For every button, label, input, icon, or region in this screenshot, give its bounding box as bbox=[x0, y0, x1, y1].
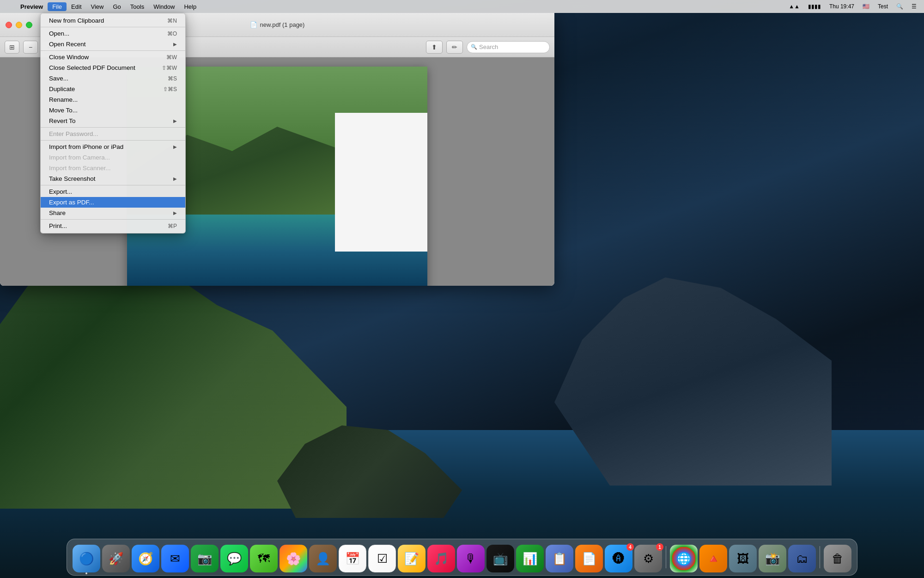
menu-item-duplicate[interactable]: Duplicate⇧⌘S bbox=[41, 84, 185, 94]
dock-item-numbers[interactable]: 📊 bbox=[516, 545, 544, 572]
dock-icon-photos2: 🖼 bbox=[737, 552, 749, 566]
menu-item-arrow-revert-to: ▶ bbox=[173, 118, 177, 123]
menu-separator bbox=[41, 185, 185, 185]
menu-separator bbox=[41, 27, 185, 27]
dock-badge-appstore: 4 bbox=[626, 543, 634, 551]
window-title-text: new.pdf (1 page) bbox=[260, 21, 305, 28]
dock-item-maps[interactable]: 🗺 bbox=[250, 545, 278, 572]
dock-item-music[interactable]: 🎵 bbox=[427, 545, 455, 572]
dock-badge-settings: 1 bbox=[656, 543, 663, 551]
dock-item-launchpad[interactable]: 🚀 bbox=[102, 545, 130, 572]
dock-item-photos[interactable]: 🌸 bbox=[280, 545, 307, 572]
dock-item-finder[interactable]: 🔵 bbox=[73, 545, 100, 572]
cliff-right-bg bbox=[554, 277, 832, 486]
minimize-button[interactable] bbox=[16, 22, 22, 28]
dock-item-safari[interactable]: 🧭 bbox=[132, 545, 159, 572]
markup-icon: ✏ bbox=[452, 43, 457, 51]
menu-item-label-rename: Rename... bbox=[49, 96, 177, 103]
menu-item-label-import-camera: Import from Camera... bbox=[49, 154, 177, 161]
close-button[interactable] bbox=[6, 22, 12, 28]
dock-item-calendar[interactable]: 📅 bbox=[339, 545, 366, 572]
dock-item-vlc[interactable]: 🔺 bbox=[699, 545, 727, 572]
dock-item-keynote2[interactable]: 🗂 bbox=[788, 545, 816, 572]
dock-item-photos2[interactable]: 🖼 bbox=[729, 545, 757, 572]
menu-item-arrow-import-iphone-ipad: ▶ bbox=[173, 144, 177, 149]
menu-item-save[interactable]: Save...⌘S bbox=[41, 73, 185, 84]
dock-item-trash[interactable]: 🗑 bbox=[824, 545, 851, 572]
app-name-menu[interactable]: Preview bbox=[16, 2, 48, 11]
menu-item-close-selected-pdf[interactable]: Close Selected PDF Document⇧⌘W bbox=[41, 62, 185, 73]
share-btn[interactable]: ⬆ bbox=[426, 41, 443, 54]
dock-item-contacts[interactable]: 👤 bbox=[309, 545, 337, 572]
menu-item-shortcut-close-selected-pdf: ⇧⌘W bbox=[162, 65, 177, 71]
username: Test bbox=[876, 2, 890, 11]
dock-icon-trash: 🗑 bbox=[832, 552, 844, 566]
go-menu-item[interactable]: Go bbox=[108, 2, 125, 11]
search-menubar-icon[interactable]: 🔍 bbox=[894, 2, 905, 11]
dock-item-keynote[interactable]: 📋 bbox=[546, 545, 573, 572]
sidebar-toggle-btn[interactable]: ⊞ bbox=[5, 41, 19, 54]
dock-item-reminders[interactable]: ☑ bbox=[368, 545, 396, 572]
view-menu-item[interactable]: View bbox=[86, 2, 109, 11]
dock-item-mail[interactable]: ✉ bbox=[161, 545, 189, 572]
menu-item-label-take-screenshot: Take Screenshot bbox=[49, 175, 171, 182]
menu-item-arrow-take-screenshot: ▶ bbox=[173, 176, 177, 181]
flag-icon: 🇺🇸 bbox=[861, 2, 871, 11]
menu-item-export-as-pdf[interactable]: Export as PDF... bbox=[41, 197, 185, 208]
dock-item-facetime[interactable]: 📷 bbox=[191, 545, 219, 572]
menu-item-label-new-from-clipboard: New from Clipboard bbox=[49, 17, 167, 24]
apple-menu[interactable] bbox=[6, 6, 13, 7]
file-menu-dropdown: New from Clipboard⌘NOpen...⌘OOpen Recent… bbox=[40, 13, 186, 234]
dock-icon-photos: 🌸 bbox=[286, 552, 301, 566]
dock-icon-import: 📸 bbox=[765, 552, 780, 566]
zoom-out-btn[interactable]: − bbox=[23, 41, 38, 54]
menu-item-label-move-to: Move To... bbox=[49, 107, 177, 114]
window-menu-item[interactable]: Window bbox=[149, 2, 179, 11]
maximize-button[interactable] bbox=[26, 22, 32, 28]
markup-btn[interactable]: ✏ bbox=[446, 41, 463, 54]
menu-item-close-window[interactable]: Close Window⌘W bbox=[41, 52, 185, 62]
menu-bar: Preview File Edit View Go Tools Window H… bbox=[0, 0, 924, 13]
tools-menu-item[interactable]: Tools bbox=[126, 2, 149, 11]
dock-item-notes[interactable]: 📝 bbox=[398, 545, 426, 572]
menu-item-open-recent[interactable]: Open Recent ▶ bbox=[41, 39, 185, 49]
pdf-cliff-right bbox=[335, 113, 427, 252]
dock-item-appletv[interactable]: 📺 bbox=[486, 545, 514, 572]
dock-icon-settings: ⚙ bbox=[643, 552, 654, 566]
menu-item-revert-to[interactable]: Revert To ▶ bbox=[41, 116, 185, 126]
dock-icon-appstore: 🅐 bbox=[613, 552, 625, 566]
menu-item-take-screenshot[interactable]: Take Screenshot ▶ bbox=[41, 173, 185, 184]
dock-item-chrome[interactable]: 🌐 bbox=[670, 545, 698, 572]
dock-item-import[interactable]: 📸 bbox=[759, 545, 786, 572]
help-menu-item[interactable]: Help bbox=[179, 2, 201, 11]
dock-item-pages[interactable]: 📄 bbox=[575, 545, 603, 572]
menu-item-label-close-selected-pdf: Close Selected PDF Document bbox=[49, 64, 162, 71]
menu-item-label-duplicate: Duplicate bbox=[49, 86, 163, 92]
menu-item-open[interactable]: Open...⌘O bbox=[41, 28, 185, 39]
dock-item-settings[interactable]: ⚙1 bbox=[634, 545, 662, 572]
search-icon: 🔍 bbox=[471, 44, 477, 50]
search-box[interactable]: 🔍 Search bbox=[467, 41, 550, 53]
menu-separator bbox=[41, 140, 185, 141]
dock-item-messages[interactable]: 💬 bbox=[220, 545, 248, 572]
edit-menu-item[interactable]: Edit bbox=[67, 2, 86, 11]
menu-item-print[interactable]: Print...⌘P bbox=[41, 221, 185, 231]
dock-item-podcasts[interactable]: 🎙 bbox=[457, 545, 485, 572]
menu-item-label-print: Print... bbox=[49, 222, 168, 229]
dock-icon-notes: 📝 bbox=[404, 552, 419, 566]
menu-item-import-iphone-ipad[interactable]: Import from iPhone or iPad ▶ bbox=[41, 141, 185, 152]
dock-icon-numbers: 📊 bbox=[523, 552, 537, 566]
menu-item-shortcut-duplicate: ⇧⌘S bbox=[163, 86, 177, 92]
menu-item-export[interactable]: Export... bbox=[41, 186, 185, 197]
menu-item-share[interactable]: Share ▶ bbox=[41, 208, 185, 218]
sidebar-icon: ⊞ bbox=[9, 43, 15, 51]
dock-dot-finder bbox=[85, 572, 87, 574]
menu-item-new-from-clipboard[interactable]: New from Clipboard⌘N bbox=[41, 15, 185, 26]
menu-item-enter-password[interactable]: Enter Password... bbox=[41, 129, 185, 139]
list-menubar-icon[interactable]: ☰ bbox=[910, 2, 918, 11]
dock-item-appstore[interactable]: 🅐4 bbox=[605, 545, 632, 572]
menu-item-rename[interactable]: Rename... bbox=[41, 94, 185, 105]
file-menu-item[interactable]: File bbox=[48, 2, 67, 11]
menu-item-label-revert-to: Revert To bbox=[49, 117, 171, 124]
menu-item-move-to[interactable]: Move To... bbox=[41, 105, 185, 116]
